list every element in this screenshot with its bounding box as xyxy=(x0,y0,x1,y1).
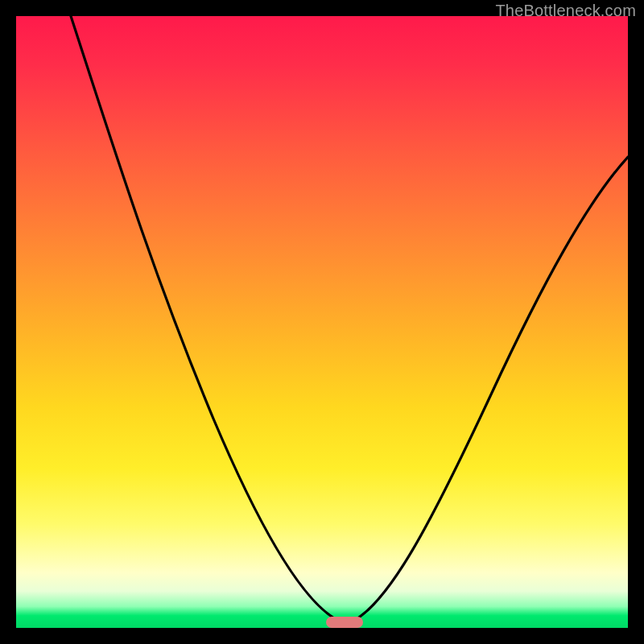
curve-svg xyxy=(16,16,628,628)
chart-frame: TheBottleneck.com xyxy=(0,0,644,644)
optimal-marker xyxy=(326,617,363,628)
bottleneck-curve xyxy=(71,16,628,624)
watermark-text: TheBottleneck.com xyxy=(495,2,636,20)
plot-area xyxy=(16,16,628,628)
